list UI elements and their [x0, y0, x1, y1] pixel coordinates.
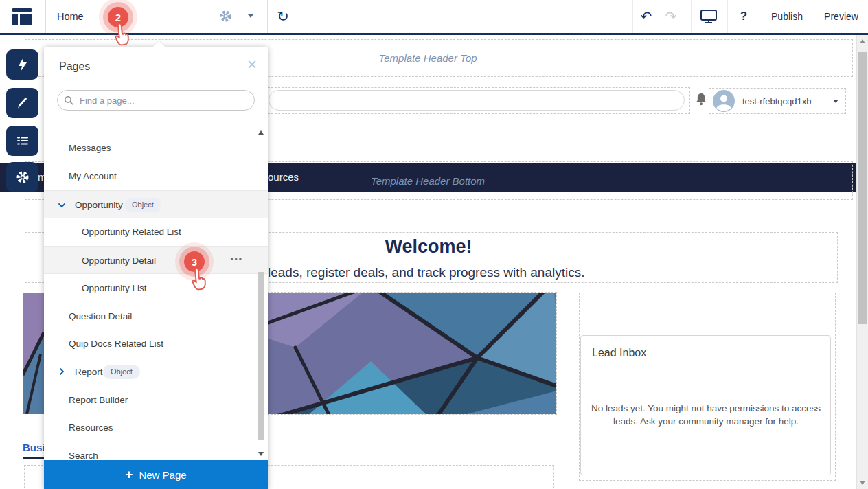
hero-image-region[interactable]	[267, 292, 557, 415]
toolbar-divider	[727, 0, 728, 33]
page-item-report-builder[interactable]: Report Builder	[44, 386, 268, 414]
page-item-label: Opportunity List	[82, 274, 147, 302]
undo-button[interactable]: ↶	[637, 0, 655, 33]
step-3-hand-cursor-icon	[187, 266, 210, 296]
page-item-opportunity-list[interactable]: Opportunity List	[44, 274, 268, 302]
user-menu-region[interactable]: test-rfebtqcqd1xb	[709, 88, 846, 114]
page-item-opportunity[interactable]: Opportunity Object	[44, 190, 268, 218]
scroll-down-icon[interactable]	[860, 481, 865, 485]
page-item-label: Opportunity	[75, 191, 123, 219]
avatar[interactable]	[713, 90, 735, 115]
redo-icon: ↷	[665, 8, 677, 25]
view-mode-button[interactable]	[699, 0, 718, 33]
builder-logo-button[interactable]	[12, 0, 32, 33]
sidebar-settings-button[interactable]	[6, 162, 38, 192]
pages-panel-title: Pages	[59, 60, 90, 73]
page-item-resources[interactable]: Resources	[44, 413, 268, 442]
canvas-scrollbar-thumb[interactable]	[858, 52, 867, 324]
page-item-label: Messages	[69, 134, 111, 162]
welcome-subtitle: leads, register deals, and track progres…	[268, 265, 585, 280]
preview-label: Preview	[824, 11, 858, 22]
list-icon	[15, 133, 30, 148]
publish-button[interactable]: Publish	[768, 0, 806, 33]
help-button[interactable]: ?	[736, 0, 751, 33]
hero-image	[268, 293, 556, 414]
page-item-messages[interactable]: Messages	[44, 134, 268, 162]
toolbar-divider	[760, 0, 760, 33]
lead-inbox-title: Lead Inbox	[592, 347, 646, 359]
page-item-label: My Account	[69, 162, 117, 190]
page-item-opportunity-detail[interactable]: Opportunity Detail •••	[44, 246, 268, 274]
brush-icon	[15, 95, 30, 111]
search-icon	[64, 95, 74, 106]
page-item-report[interactable]: Report Object	[44, 358, 268, 386]
refresh-icon: ↻	[277, 8, 289, 25]
step-3-number: 3	[192, 256, 197, 268]
page-item-label: Opportunity Related List	[82, 218, 181, 246]
chevron-right-icon[interactable]	[58, 367, 66, 376]
panel-scroll-up-icon[interactable]	[258, 130, 264, 135]
undo-icon: ↶	[641, 8, 652, 25]
user-caret-down-icon	[833, 100, 838, 103]
more-menu-icon[interactable]: •••	[230, 247, 243, 275]
lead-inbox-empty-message: No leads yet. You might not have permiss…	[589, 402, 823, 428]
step-2-number: 2	[115, 12, 121, 23]
publish-label: Publish	[771, 11, 803, 22]
page-item-quip-docs-related-list[interactable]: Quip Docs Related List	[44, 330, 268, 358]
page-item-label: Search	[69, 442, 98, 460]
layout-icon	[12, 8, 32, 25]
page-item-label: Report	[75, 358, 103, 386]
bell-icon[interactable]	[694, 92, 709, 111]
page-item-my-account[interactable]: My Account	[44, 162, 268, 190]
business-link-underline	[23, 457, 44, 459]
sidebar-theme-button[interactable]	[6, 88, 38, 118]
page-item-label: Opportunity Detail	[82, 247, 156, 275]
page-item-label: Resources	[69, 413, 113, 442]
canvas-scrollbar[interactable]	[856, 35, 868, 489]
page-item-label: Report Builder	[69, 386, 128, 414]
new-page-button[interactable]: + New Page	[44, 460, 268, 489]
chevron-down-icon[interactable]	[58, 201, 66, 209]
lightning-icon	[15, 57, 30, 72]
page-item-label: Quip Docs Related List	[69, 330, 163, 358]
close-icon[interactable]: ×	[247, 56, 257, 73]
page-item-opportunity-related-list[interactable]: Opportunity Related List	[44, 218, 268, 246]
step-2-hand-cursor-icon	[110, 22, 133, 52]
gear-icon	[15, 170, 30, 185]
preview-button[interactable]: Preview	[821, 0, 861, 33]
business-link-fragment[interactable]: Busi	[23, 442, 45, 453]
experience-builder: Template Header Top test-rfebtqcqd1xb m	[0, 0, 868, 489]
page-item-search[interactable]: Search	[44, 442, 268, 460]
page-search-input[interactable]	[269, 90, 685, 111]
page-item-label: Question Detail	[69, 302, 132, 330]
pages-list: Messages My Account Opportunity Object O…	[44, 121, 268, 460]
new-page-label: New Page	[139, 469, 186, 481]
refresh-button[interactable]: ↻	[273, 0, 293, 33]
find-page-input[interactable]	[57, 90, 255, 111]
object-badge: Object	[103, 365, 140, 379]
page-selector-caret-down-icon	[248, 14, 253, 18]
monitor-icon	[700, 9, 718, 24]
page-settings-gear-icon[interactable]	[218, 9, 233, 26]
panel-scroll-down-icon[interactable]	[258, 452, 264, 456]
toolbar-divider	[632, 0, 633, 33]
help-icon: ?	[740, 10, 747, 23]
page-selector[interactable]: Home	[45, 0, 268, 33]
panel-scrollbar-thumb[interactable]	[258, 272, 264, 440]
hero-image-left[interactable]	[23, 293, 44, 414]
region-divider	[579, 332, 836, 332]
scroll-up-icon[interactable]	[860, 39, 865, 43]
current-page-label: Home	[57, 0, 84, 33]
page-item-question-detail[interactable]: Question Detail	[44, 302, 268, 330]
sidebar-components-button[interactable]	[6, 49, 38, 80]
toolbar-divider	[814, 0, 814, 33]
sidebar-pages-button[interactable]	[6, 126, 38, 156]
lead-inbox-card[interactable]: Lead Inbox No leads yet. You might not h…	[580, 335, 831, 475]
toolbar-divider	[691, 0, 692, 33]
plus-icon: +	[125, 467, 133, 482]
redo-button[interactable]: ↷	[662, 0, 680, 33]
object-badge: Object	[124, 198, 161, 212]
pages-panel: Pages × Messages My Account Opportunity …	[44, 47, 268, 489]
user-name: test-rfebtqcqd1xb	[742, 89, 811, 115]
